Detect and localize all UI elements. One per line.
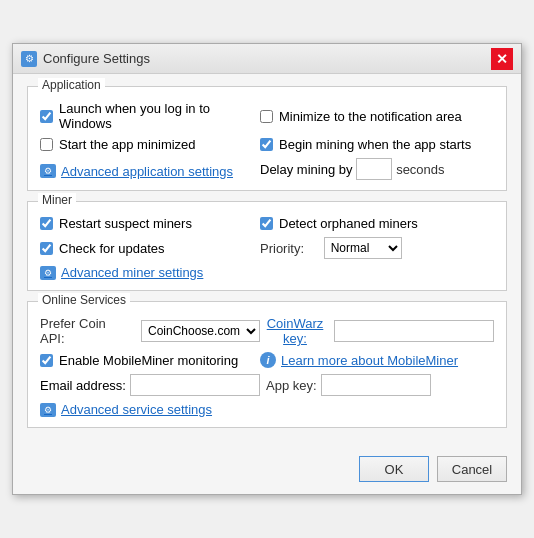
restart-miners-label[interactable]: Restart suspect miners xyxy=(40,216,260,231)
begin-mining-checkbox[interactable] xyxy=(260,138,273,151)
delay-mining-label: Delay mining by xyxy=(260,162,353,177)
launch-windows-text: Launch when you log in to Windows xyxy=(59,101,260,131)
minimize-tray-checkbox[interactable] xyxy=(260,110,273,123)
online-row-1: Prefer Coin API: CoinChoose.com CoinWarz… xyxy=(40,316,494,346)
advanced-miner-settings-link[interactable]: ⚙ Advanced miner settings xyxy=(40,265,203,280)
miner-section-content: Restart suspect miners Detect orphaned m… xyxy=(40,212,494,280)
seconds-label: seconds xyxy=(396,162,444,177)
detect-orphaned-checkbox[interactable] xyxy=(260,217,273,230)
prefer-api-select[interactable]: CoinChoose.com CoinWarz CryptoCompare xyxy=(141,320,260,342)
miner-row-1: Restart suspect miners Detect orphaned m… xyxy=(40,216,494,231)
check-updates-checkbox[interactable] xyxy=(40,242,53,255)
info-icon[interactable]: i xyxy=(260,352,276,368)
online-section: Online Services Prefer Coin API: CoinCho… xyxy=(27,301,507,428)
close-button[interactable]: ✕ xyxy=(491,48,513,70)
miner-row-2: Check for updates Priority: Idle Low Nor… xyxy=(40,237,494,259)
app-col-right-1: Minimize to the notification area xyxy=(260,109,494,124)
window-title: Configure Settings xyxy=(43,51,150,66)
begin-mining-label[interactable]: Begin mining when the app starts xyxy=(260,137,471,152)
minimize-tray-label[interactable]: Minimize to the notification area xyxy=(260,109,462,124)
coinwarz-key-link[interactable]: CoinWarz key: xyxy=(260,316,330,346)
learn-more-mobileminer-link[interactable]: Learn more about MobileMiner xyxy=(281,353,458,368)
application-section: Application Launch when you log in to Wi… xyxy=(27,86,507,191)
title-bar: ⚙ Configure Settings ✕ xyxy=(13,44,521,74)
check-updates-label[interactable]: Check for updates xyxy=(40,241,260,256)
start-minimized-checkbox[interactable] xyxy=(40,138,53,151)
prefer-api-label: Prefer Coin API: xyxy=(40,316,133,346)
advanced-service-settings-text: Advanced service settings xyxy=(61,402,212,417)
online-right-3: App key: ABCD-ABCD-ABCD xyxy=(266,374,431,396)
priority-select[interactable]: Idle Low Normal High Real-time xyxy=(324,237,402,259)
enable-monitoring-checkbox[interactable] xyxy=(40,354,53,367)
advanced-miner-settings-icon: ⚙ xyxy=(40,266,56,280)
begin-mining-text: Begin mining when the app starts xyxy=(279,137,471,152)
miner-col-left-1: Restart suspect miners xyxy=(40,216,260,231)
priority-label: Priority: xyxy=(260,241,304,256)
detect-orphaned-text: Detect orphaned miners xyxy=(279,216,418,231)
miner-section-label: Miner xyxy=(38,193,76,207)
ok-button[interactable]: OK xyxy=(359,456,429,482)
app-row-3: ⚙ Advanced application settings Delay mi… xyxy=(40,158,494,180)
app-col-right-3: Delay mining by 45 seconds xyxy=(260,158,494,180)
enable-monitoring-text: Enable MobileMiner monitoring xyxy=(59,353,238,368)
main-content: Application Launch when you log in to Wi… xyxy=(13,74,521,448)
check-updates-text: Check for updates xyxy=(59,241,165,256)
detect-orphaned-label[interactable]: Detect orphaned miners xyxy=(260,216,418,231)
miner-section: Miner Restart suspect miners Detect orph… xyxy=(27,201,507,291)
online-left-3: Email address: user@example.org xyxy=(40,374,260,396)
advanced-app-settings-link[interactable]: ⚙ Advanced application settings xyxy=(40,164,233,179)
cancel-button[interactable]: Cancel xyxy=(437,456,507,482)
miner-row-3: ⚙ Advanced miner settings xyxy=(40,265,494,280)
online-row-3: Email address: user@example.org App key:… xyxy=(40,374,494,396)
enable-monitoring-label[interactable]: Enable MobileMiner monitoring xyxy=(40,353,260,368)
application-section-content: Launch when you log in to Windows Minimi… xyxy=(40,97,494,180)
miner-col-right-2: Priority: Idle Low Normal High Real-time xyxy=(260,237,494,259)
advanced-service-settings-icon: ⚙ xyxy=(40,403,56,417)
app-col-left-2: Start the app minimized xyxy=(40,137,260,152)
online-row-4: ⚙ Advanced service settings xyxy=(40,402,494,417)
app-row-1: Launch when you log in to Windows Minimi… xyxy=(40,101,494,131)
online-row-2: Enable MobileMiner monitoring i Learn mo… xyxy=(40,352,494,368)
online-left-1: Prefer Coin API: CoinChoose.com CoinWarz… xyxy=(40,316,260,346)
appkey-input[interactable]: ABCD-ABCD-ABCD xyxy=(321,374,431,396)
miner-col-right-1: Detect orphaned miners xyxy=(260,216,494,231)
online-right-1: CoinWarz key: abcdefg1234567890 xyxy=(260,316,494,346)
coinwarz-key-text: CoinWarz key: xyxy=(260,316,330,346)
coinwarz-key-input[interactable]: abcdefg1234567890 xyxy=(334,320,494,342)
configure-settings-window: ⚙ Configure Settings ✕ Application Launc… xyxy=(12,43,522,495)
window-icon: ⚙ xyxy=(21,51,37,67)
footer: OK Cancel xyxy=(13,448,521,494)
email-input[interactable]: user@example.org xyxy=(130,374,260,396)
advanced-service-settings-link[interactable]: ⚙ Advanced service settings xyxy=(40,402,212,417)
restart-miners-text: Restart suspect miners xyxy=(59,216,192,231)
online-left-2: Enable MobileMiner monitoring xyxy=(40,353,260,368)
advanced-app-settings-icon: ⚙ xyxy=(40,164,56,178)
app-col-right-2: Begin mining when the app starts xyxy=(260,137,494,152)
start-minimized-label[interactable]: Start the app minimized xyxy=(40,137,260,152)
application-section-label: Application xyxy=(38,78,105,92)
advanced-miner-settings-text: Advanced miner settings xyxy=(61,265,203,280)
delay-mining-input[interactable]: 45 xyxy=(356,158,392,180)
appkey-label: App key: xyxy=(266,378,317,393)
start-minimized-text: Start the app minimized xyxy=(59,137,196,152)
learn-more-text: Learn more about MobileMiner xyxy=(281,353,458,368)
online-section-label: Online Services xyxy=(38,293,130,307)
advanced-app-settings-text: Advanced application settings xyxy=(61,164,233,179)
online-right-2: i Learn more about MobileMiner xyxy=(260,352,458,368)
app-row-2: Start the app minimized Begin mining whe… xyxy=(40,137,494,152)
restart-miners-checkbox[interactable] xyxy=(40,217,53,230)
launch-windows-checkbox[interactable] xyxy=(40,110,53,123)
minimize-tray-text: Minimize to the notification area xyxy=(279,109,462,124)
app-col-left-3: ⚙ Advanced application settings xyxy=(40,164,260,179)
miner-col-left-2: Check for updates xyxy=(40,241,260,256)
launch-windows-label[interactable]: Launch when you log in to Windows xyxy=(40,101,260,131)
title-bar-left: ⚙ Configure Settings xyxy=(21,51,150,67)
app-col-left-1: Launch when you log in to Windows xyxy=(40,101,260,131)
email-label: Email address: xyxy=(40,378,126,393)
online-section-content: Prefer Coin API: CoinChoose.com CoinWarz… xyxy=(40,312,494,417)
